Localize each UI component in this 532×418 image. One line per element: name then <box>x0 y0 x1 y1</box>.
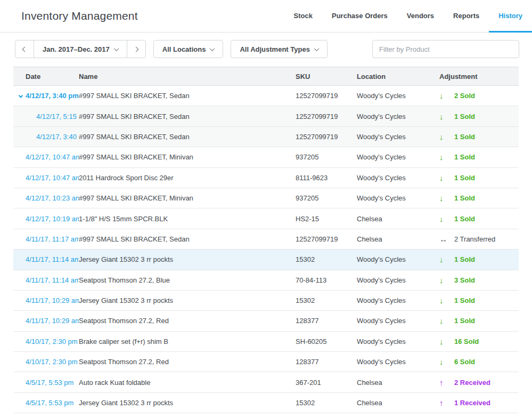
adjustment-label: 1 Sold <box>454 296 475 304</box>
history-table: Date Name SKU Location Adjustment 4/12/1… <box>13 67 519 413</box>
date-link[interactable]: 4/11/17, 10:29 am <box>26 317 79 325</box>
date-link[interactable]: 4/12/17, 3:40 pm <box>36 133 79 141</box>
column-header-sku: SKU <box>296 73 357 81</box>
location-cell: Woody's Cycles <box>357 276 439 284</box>
adjustment-cell: ↓6 Sold <box>439 357 519 366</box>
adjustment-label: 1 Sold <box>454 174 475 182</box>
sku-cell: 15302 <box>296 399 357 407</box>
table-row[interactable]: 4/11/17, 10:29 amSeatpost Thomson 27.2, … <box>13 311 519 331</box>
sku-cell: 12527099719 <box>296 112 357 120</box>
date-cell: 4/12/17, 10:47 am <box>13 174 79 182</box>
date-range-dropdown[interactable]: Jan. 2017–Dec. 2017 <box>34 40 127 58</box>
locations-dropdown[interactable]: All Locations <box>153 40 224 58</box>
next-period-button[interactable] <box>127 40 146 58</box>
adjustment-label: 1 Sold <box>454 153 475 161</box>
adjustment-cell: ↓16 Sold <box>439 337 519 346</box>
adjustment-label: 1 Sold <box>454 317 475 325</box>
date-link[interactable]: 4/11/17, 10:29 am <box>26 296 79 304</box>
name-cell: Jersey Giant 15302 3 rr pockts <box>79 296 296 304</box>
sku-cell: SH-60205 <box>296 337 357 345</box>
name-cell: 2011 Hardrock Sport Disc 29er <box>79 174 296 182</box>
tab-vendors[interactable]: Vendors <box>397 0 444 33</box>
adjustment-cell: ↑1 Received <box>439 398 519 407</box>
sku-cell: 128377 <box>296 358 357 366</box>
date-link[interactable]: 4/5/17, 5:53 pm <box>26 399 73 407</box>
adjustment-types-dropdown[interactable]: All Adjustment Types <box>231 40 327 58</box>
table-row[interactable]: 4/12/17, 10:23 am#997 SMALL SKI BRACKET,… <box>13 188 519 208</box>
name-cell: Jersey Giant 15302 3 rr pockts <box>79 399 296 407</box>
table-row[interactable]: 4/10/17, 2:30 pmBrake caliper set (f+r) … <box>13 332 519 352</box>
date-link[interactable]: 4/12/17, 10:19 am <box>26 215 79 223</box>
table-row[interactable]: 4/12/17, 10:19 am1-1/8" H/S 15mm SPCR.BL… <box>13 208 519 229</box>
adjustment-cell: ↓1 Sold <box>439 255 519 264</box>
date-link[interactable]: 4/10/17, 2:30 pm <box>26 337 78 345</box>
history-table-body: 4/12/17, 3:40 pm - 5:15 pm#997 SMALL SKI… <box>13 86 519 413</box>
adjustment-cell: ↓3 Sold <box>439 276 519 285</box>
date-cell: 4/12/17, 3:40 pm <box>13 133 79 141</box>
arrow-down-icon: ↓ <box>439 316 454 325</box>
name-cell: #997 SMALL SKI BRACKET, Sedan <box>79 112 296 120</box>
location-cell: Chelsea <box>357 235 439 243</box>
column-header-name: Name <box>79 73 296 81</box>
adjustment-cell: ↓2 Sold <box>439 91 519 100</box>
adjustment-cell: ↓1 Sold <box>439 316 519 325</box>
table-row[interactable]: 4/11/17, 11:14 amSeatpost Thomson 27.2, … <box>13 270 519 291</box>
date-link[interactable]: 4/12/17, 10:47 am <box>26 174 79 182</box>
date-link[interactable]: 4/10/17, 2:30 pm <box>26 358 78 366</box>
date-cell: 4/11/17, 10:29 am <box>13 296 79 304</box>
date-link[interactable]: 4/12/17, 5:15 pm <box>36 112 79 120</box>
location-cell: Woody's Cycles <box>357 92 439 100</box>
adjustment-cell: ↓1 Sold <box>439 173 519 182</box>
date-link[interactable]: 4/12/17, 3:40 pm - 5:15 pm <box>26 92 79 100</box>
sku-cell: 367-201 <box>296 379 357 387</box>
tab-purchase-orders[interactable]: Purchase Orders <box>322 0 397 33</box>
table-row[interactable]: 4/10/17, 2:30 pmSeatpost Thomson 27.2, R… <box>13 352 519 372</box>
filter-bar: Jan. 2017–Dec. 2017 All Locations All Ad… <box>0 33 532 66</box>
table-row[interactable]: 4/5/17, 5:53 pmJersey Giant 15302 3 rr p… <box>13 393 519 413</box>
table-row[interactable]: 4/12/17, 3:40 pm#997 SMALL SKI BRACKET, … <box>13 127 519 147</box>
date-cell: 4/5/17, 5:53 pm <box>13 399 79 407</box>
date-link[interactable]: 4/12/17, 10:23 am <box>26 194 79 202</box>
chevron-down-icon <box>314 46 319 51</box>
date-link[interactable]: 4/11/17, 11:17 am <box>26 235 79 243</box>
date-link[interactable]: 4/11/17, 11:14 am <box>26 255 79 263</box>
location-cell: Chelsea <box>357 215 439 223</box>
column-header-date: Date <box>13 73 79 81</box>
product-filter-input[interactable] <box>372 40 519 58</box>
location-cell: Woody's Cycles <box>357 317 439 325</box>
name-cell: Jersey Giant 15302 3 rr pockts <box>79 255 296 263</box>
adjustment-label: 1 Sold <box>454 215 475 223</box>
adjustment-label: 1 Sold <box>454 194 475 202</box>
table-row[interactable]: 4/12/17, 10:47 am2011 Hardrock Sport Dis… <box>13 168 519 188</box>
date-link[interactable]: 4/5/17, 5:53 pm <box>26 379 73 387</box>
table-row[interactable]: 4/11/17, 11:17 am#997 SMALL SKI BRACKET,… <box>13 229 519 250</box>
table-row[interactable]: 4/12/17, 5:15 pm#997 SMALL SKI BRACKET, … <box>13 106 519 126</box>
adjustment-label: 1 Sold <box>454 255 475 263</box>
chevron-down-icon[interactable] <box>19 93 23 98</box>
tab-reports[interactable]: Reports <box>444 0 489 33</box>
arrow-down-icon: ↓ <box>439 255 454 264</box>
tab-history[interactable]: History <box>489 0 532 33</box>
table-row[interactable]: 4/11/17, 10:29 amJersey Giant 15302 3 rr… <box>13 291 519 311</box>
table-row[interactable]: 4/12/17, 3:40 pm - 5:15 pm#997 SMALL SKI… <box>13 86 519 106</box>
arrow-down-icon: ↓ <box>439 152 454 162</box>
previous-period-button[interactable] <box>15 40 34 58</box>
location-cell: Woody's Cycles <box>357 296 439 304</box>
name-cell: 1-1/8" H/S 15mm SPCR.BLK <box>79 215 296 223</box>
table-row[interactable]: 4/5/17, 5:53 pmAuto rack Kuat foldable36… <box>13 372 519 392</box>
location-cell: Woody's Cycles <box>357 194 439 202</box>
date-cell: 4/12/17, 10:19 am <box>13 215 79 223</box>
arrow-down-icon: ↓ <box>439 214 454 223</box>
adjustment-cell: ↓1 Sold <box>439 132 519 141</box>
name-cell: #997 SMALL SKI BRACKET, Sedan <box>79 92 296 100</box>
name-cell: #997 SMALL SKI BRACKET, Sedan <box>79 133 296 141</box>
table-row[interactable]: 4/11/17, 11:14 amJersey Giant 15302 3 rr… <box>13 250 519 270</box>
tab-stock[interactable]: Stock <box>284 0 322 33</box>
sku-cell: 12527099719 <box>296 235 357 243</box>
sku-cell: 12527099719 <box>296 133 357 141</box>
date-cell: 4/11/17, 10:29 am <box>13 317 79 325</box>
table-row[interactable]: 4/12/17, 10:47 am#997 SMALL SKI BRACKET,… <box>13 147 519 167</box>
arrow-down-icon: ↓ <box>439 91 454 100</box>
date-link[interactable]: 4/12/17, 10:47 am <box>26 153 79 161</box>
date-link[interactable]: 4/11/17, 11:14 am <box>26 276 79 284</box>
